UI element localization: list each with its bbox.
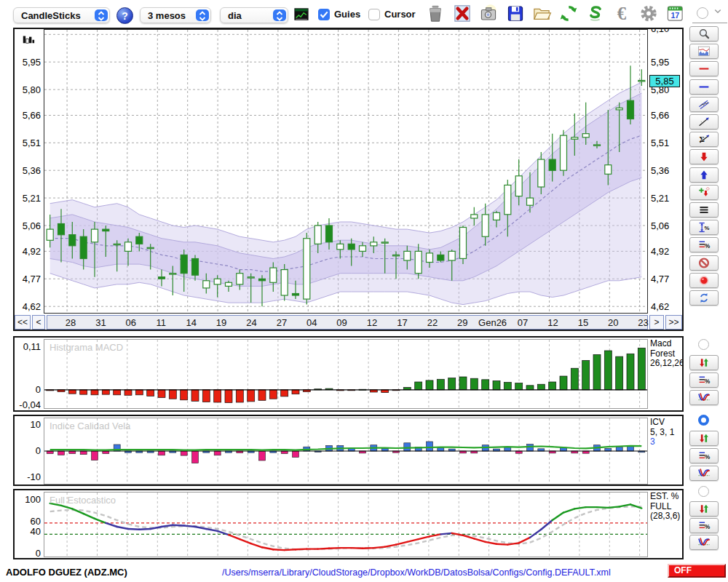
off-button[interactable]: OFF xyxy=(668,564,726,578)
axis-tick-label: 60 xyxy=(16,515,41,526)
icv-signal-arrows-icon[interactable] xyxy=(689,431,719,446)
scroll-prev-button[interactable]: < xyxy=(32,315,45,330)
panel-radio-main[interactable] xyxy=(697,7,708,19)
date-tick-label: 14 xyxy=(175,317,207,328)
price-tick-label: 4,62 xyxy=(16,301,41,312)
date-tick-label: Gen26 xyxy=(477,317,509,328)
refresh-icon[interactable] xyxy=(558,4,579,23)
date-tick-label: 04 xyxy=(296,317,328,328)
axis-tick-label: -0,04 xyxy=(16,399,41,410)
svg-text:%: % xyxy=(704,225,709,231)
channel-icon[interactable] xyxy=(689,97,719,112)
stochastic-plot[interactable] xyxy=(44,492,648,557)
scroll-first-button[interactable]: << xyxy=(15,315,31,330)
date-tick-label: 29 xyxy=(446,317,478,328)
period-select[interactable]: 3 mesos xyxy=(140,7,211,23)
arrow-down-icon[interactable] xyxy=(689,149,719,164)
axis-tick-label: 40 xyxy=(16,526,41,537)
icv-plot[interactable] xyxy=(44,418,648,485)
config-path: /Users/mserra/Library/CloudStorage/Dropb… xyxy=(222,567,611,578)
price-tick-label: 5,51 xyxy=(651,137,669,148)
axis-tick-label: 100 xyxy=(16,493,41,504)
price-tick-label: 5,36 xyxy=(651,165,669,176)
settings-icon[interactable] xyxy=(638,4,660,23)
signals-add-icon[interactable] xyxy=(689,185,719,200)
date-tick-label: 12 xyxy=(537,317,569,328)
open-icon[interactable] xyxy=(531,4,553,23)
price-tick-label: 5,36 xyxy=(16,165,41,176)
price-tick-label: 5,95 xyxy=(651,57,669,68)
axis-tick-label: -10 xyxy=(16,471,41,482)
arrow-up-icon[interactable] xyxy=(689,167,719,183)
price-tick-label: 4,77 xyxy=(16,274,41,284)
zoom-icon[interactable] xyxy=(689,26,719,41)
candlestick-plot[interactable] xyxy=(44,29,648,314)
stoch-signal-arrows-icon[interactable] xyxy=(689,501,719,517)
icv-oscillator-icon[interactable] xyxy=(689,466,719,481)
price-tick-label: 5,21 xyxy=(16,193,41,204)
price-tick-label: 4,92 xyxy=(16,246,41,257)
macd-title: Histgrama MACD xyxy=(50,342,123,353)
price-panel-icon[interactable] xyxy=(689,44,719,59)
price-tick-label: 6,10 xyxy=(651,28,669,34)
trendline-icon[interactable] xyxy=(689,114,719,129)
macd-plot[interactable] xyxy=(44,339,648,409)
date-axis: 2831061114192427040912172229Gen260712152… xyxy=(47,315,648,330)
svg-text:%: % xyxy=(705,454,711,461)
main-chart-frame: Last: 5.84999 - 23/01/26 5,955,805,665,5… xyxy=(13,28,684,331)
histogram-icon[interactable] xyxy=(17,33,41,46)
stoch-levels-percent-icon[interactable]: % xyxy=(689,518,719,533)
date-tick-label: 07 xyxy=(507,317,539,328)
help-label: ? xyxy=(122,10,128,22)
chart-window-icon[interactable] xyxy=(292,7,311,23)
euro-icon[interactable]: € xyxy=(611,4,633,23)
select-stepper-icon xyxy=(95,9,108,21)
panel-radio-icv[interactable] xyxy=(698,415,709,426)
guies-checkbox[interactable] xyxy=(318,9,330,20)
macd-signal-arrows-icon[interactable] xyxy=(689,355,719,370)
icv-current-value: 3 xyxy=(650,437,682,447)
date-tick-label: 17 xyxy=(386,317,418,328)
date-tick-label: 22 xyxy=(416,317,448,328)
select-stepper-icon xyxy=(196,9,209,21)
save-icon[interactable] xyxy=(505,4,526,23)
measure-percent-icon[interactable]: % xyxy=(689,220,719,235)
trash-icon[interactable] xyxy=(424,4,446,23)
reload-icon[interactable] xyxy=(689,290,719,306)
cursor-checkbox[interactable] xyxy=(368,9,380,20)
stoch-oscillator-icon[interactable] xyxy=(689,535,719,550)
date-tick-label: 20 xyxy=(597,317,629,328)
macd-oscillator-icon[interactable] xyxy=(689,390,719,405)
price-tick-label: 5,06 xyxy=(16,220,41,231)
regression-icon[interactable]: Σ xyxy=(689,132,719,147)
macd-levels-percent-icon[interactable]: % xyxy=(689,372,719,388)
price-tick-label: 5,06 xyxy=(651,220,669,231)
toolbar-overflow-icon[interactable] xyxy=(711,4,724,17)
snapshot-icon[interactable] xyxy=(478,4,499,23)
scroll-next-button[interactable]: > xyxy=(649,315,664,330)
price-tick-label: 5,95 xyxy=(16,57,41,68)
timeframe-select[interactable]: dia xyxy=(220,7,288,23)
period-value: 3 mesos xyxy=(148,10,186,21)
sync-icon[interactable] xyxy=(585,4,606,23)
price-tick-label: 4,62 xyxy=(651,301,669,312)
panel-radio-macd[interactable] xyxy=(698,339,709,350)
record-icon[interactable] xyxy=(689,273,719,288)
help-button[interactable]: ? xyxy=(116,7,133,24)
chart-type-select[interactable]: CandleSticks xyxy=(13,7,110,23)
macd-params: Macd Forest 26,12,26 xyxy=(650,339,682,369)
price-tick-label: 5,66 xyxy=(16,110,41,121)
hline-blue-icon[interactable] xyxy=(689,79,719,95)
panel-radio-stoch[interactable] xyxy=(698,486,709,497)
calendar-icon[interactable]: 17 xyxy=(664,4,686,23)
icv-levels-percent-icon[interactable]: % xyxy=(689,448,719,463)
list-icon[interactable] xyxy=(689,202,719,218)
scroll-last-button[interactable]: >> xyxy=(665,315,682,330)
guies-label: Guies xyxy=(334,9,360,20)
price-tick-label: 5,51 xyxy=(16,137,41,148)
disable-icon[interactable] xyxy=(689,255,719,271)
hline-red-icon[interactable] xyxy=(689,61,719,76)
current-price-tag: 5,85 xyxy=(649,75,680,87)
levels-percent-icon[interactable]: % xyxy=(689,237,719,252)
delete-icon[interactable] xyxy=(451,4,473,23)
